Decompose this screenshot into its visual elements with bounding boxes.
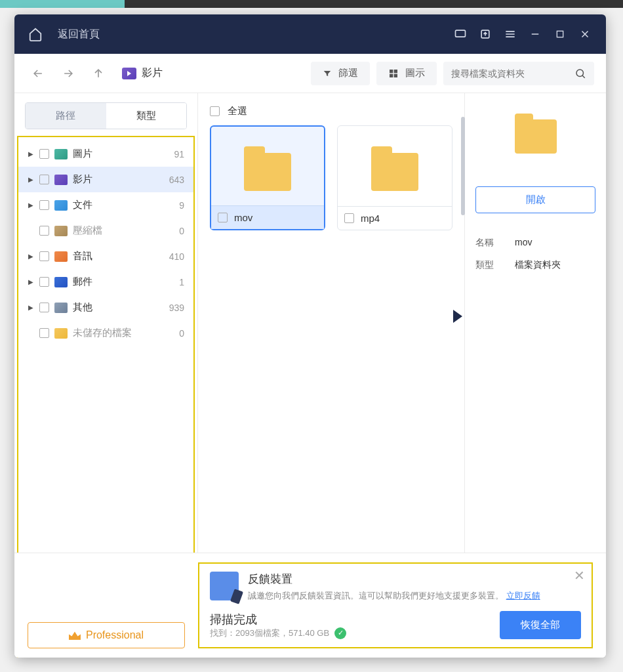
category-label: 壓縮檔 — [73, 224, 174, 237]
nav-back-button[interactable] — [26, 62, 50, 85]
nav-up-button[interactable] — [87, 62, 110, 85]
category-checkbox[interactable] — [39, 149, 49, 159]
filter-button[interactable]: 篩選 — [311, 62, 370, 85]
expand-arrow-icon: ▶ — [28, 177, 34, 183]
breadcrumb-text: 影片 — [142, 66, 163, 80]
category-icon — [54, 303, 68, 313]
folder-checkbox[interactable] — [218, 213, 228, 222]
sidebar-category-0[interactable]: ▶ 圖片 91 — [18, 141, 193, 167]
category-checkbox[interactable] — [39, 303, 49, 312]
tab-type[interactable]: 類型 — [106, 103, 187, 129]
sidebar-category-1[interactable]: ▶ 影片 643 — [18, 167, 193, 192]
view-label: 圖示 — [405, 67, 425, 79]
detail-type-value: 檔案資料夾 — [515, 259, 595, 271]
minimize-button[interactable] — [525, 24, 546, 45]
category-count: 1 — [179, 277, 184, 287]
sidebar-category-5[interactable]: ▶ 郵件 1 — [18, 269, 193, 295]
detail-folder-icon — [515, 119, 557, 154]
search-input[interactable] — [451, 68, 574, 79]
category-label: 未儲存的檔案 — [73, 327, 174, 339]
category-icon — [54, 328, 68, 339]
category-icon — [54, 149, 68, 159]
category-label: 影片 — [73, 173, 164, 186]
select-all-label: 全選 — [228, 105, 247, 117]
category-checkbox[interactable] — [39, 277, 49, 287]
menu-icon[interactable] — [500, 24, 521, 45]
message-icon[interactable] — [450, 24, 471, 45]
folder-icon — [371, 153, 418, 191]
category-icon — [54, 175, 68, 185]
feedback-close-button[interactable]: ✕ — [574, 568, 585, 583]
category-checkbox[interactable] — [39, 328, 49, 338]
sidebar-category-2[interactable]: ▶ 文件 9 — [18, 192, 193, 218]
recover-all-button[interactable]: 恢復全部 — [500, 611, 581, 639]
svg-rect-5 — [390, 74, 393, 77]
feedback-icon — [210, 572, 239, 600]
nav-forward-button[interactable] — [56, 62, 80, 85]
filter-label: 篩選 — [338, 67, 358, 79]
scan-summary: 找到：2093個檔案，571.40 GB — [210, 627, 329, 639]
share-icon[interactable] — [475, 24, 496, 45]
expand-arrow-icon: ▶ — [28, 202, 34, 209]
select-all-checkbox[interactable] — [210, 106, 220, 116]
folder-card-mov[interactable]: mov — [210, 125, 325, 230]
category-icon — [54, 277, 68, 287]
folder-name: mov — [234, 212, 252, 223]
home-button[interactable] — [25, 24, 46, 45]
category-count: 9 — [179, 200, 184, 211]
category-label: 郵件 — [73, 276, 174, 288]
category-checkbox[interactable] — [39, 251, 49, 261]
svg-rect-2 — [557, 31, 563, 37]
category-label: 圖片 — [73, 148, 169, 160]
video-category-icon — [122, 68, 136, 79]
sidebar-category-3[interactable]: 壓縮檔 0 — [18, 218, 193, 243]
folder-card-mp4[interactable]: mp4 — [337, 125, 452, 230]
svg-rect-4 — [394, 70, 397, 73]
detail-name-value: mov — [515, 237, 595, 249]
category-count: 643 — [169, 175, 184, 185]
professional-button[interactable]: Professional — [28, 622, 185, 648]
expand-arrow-icon: ▶ — [28, 151, 34, 158]
expand-arrow-icon — [28, 228, 34, 234]
category-icon — [54, 251, 68, 262]
maximize-button[interactable] — [550, 24, 571, 45]
search-box[interactable] — [443, 62, 594, 85]
folder-checkbox[interactable] — [344, 213, 354, 223]
open-button[interactable]: 開啟 — [475, 186, 595, 213]
category-icon — [54, 200, 68, 211]
crown-icon — [69, 631, 81, 640]
svg-rect-3 — [390, 70, 393, 73]
category-checkbox[interactable] — [39, 200, 49, 210]
svg-point-7 — [576, 70, 584, 77]
category-count: 410 — [169, 251, 184, 262]
check-ok-icon: ✓ — [334, 627, 346, 639]
category-count: 91 — [174, 149, 184, 159]
sidebar-category-7[interactable]: 未儲存的檔案 0 — [18, 320, 193, 346]
category-count: 0 — [179, 226, 184, 236]
sidebar-category-4[interactable]: ▶ 音訊 410 — [18, 243, 193, 269]
close-button[interactable] — [574, 24, 595, 45]
feedback-title: 反饋裝置 — [248, 572, 540, 587]
expand-arrow-icon: ▶ — [28, 304, 34, 311]
category-checkbox[interactable] — [39, 175, 49, 184]
search-icon — [574, 68, 586, 79]
feedback-link[interactable]: 立即反饋 — [506, 591, 540, 600]
category-checkbox[interactable] — [39, 226, 49, 236]
expand-arrow-icon: ▶ — [28, 279, 34, 285]
category-label: 音訊 — [73, 250, 164, 262]
category-icon — [54, 226, 68, 236]
scrollbar-thumb[interactable] — [461, 117, 465, 215]
detail-name-key: 名稱 — [475, 237, 515, 249]
play-arrow-icon — [453, 310, 462, 323]
category-count: 939 — [169, 303, 184, 313]
category-label: 其他 — [73, 301, 164, 314]
home-label[interactable]: 返回首頁 — [58, 28, 100, 41]
view-mode-button[interactable]: 圖示 — [376, 62, 437, 85]
svg-rect-6 — [394, 74, 397, 77]
sidebar-category-6[interactable]: ▶ 其他 939 — [18, 295, 193, 320]
feedback-desc: 誠邀您向我們反饋裝置資訊。這可以幫助我們更好地支援更多裝置。 立即反饋 — [248, 589, 540, 602]
tab-path[interactable]: 路徑 — [26, 103, 106, 129]
breadcrumb: 影片 — [122, 66, 163, 80]
detail-type-key: 類型 — [475, 259, 515, 271]
category-label: 文件 — [73, 199, 174, 211]
